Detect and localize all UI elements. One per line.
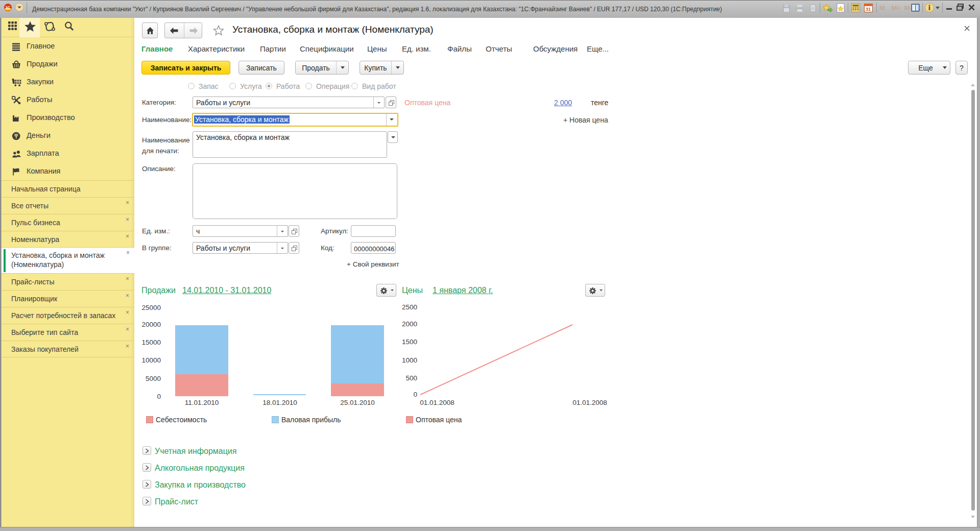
svg-text:31: 31 [866, 7, 871, 12]
svg-text:1С: 1С [5, 5, 10, 10]
